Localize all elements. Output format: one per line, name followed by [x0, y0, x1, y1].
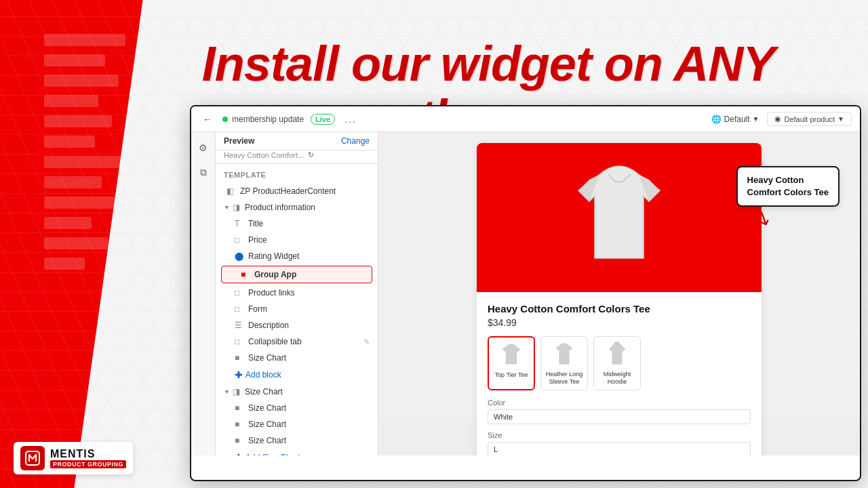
default-btn[interactable]: 🌐 Default ▼ [711, 115, 760, 124]
more-button[interactable]: ... [344, 114, 357, 125]
section-size-chart[interactable]: ▼ ◨ Size Chart [216, 384, 378, 400]
tree-size-chart-3[interactable]: ■ Size Chart [216, 432, 378, 449]
tree-rating[interactable]: ⬤ Rating Widget [216, 248, 378, 264]
title-icon: T [235, 219, 244, 228]
plus-size-icon: ✚ [235, 452, 243, 455]
plus-icon: ✚ [235, 369, 243, 380]
sidebar-icons: ⚙ ⧉ [191, 132, 216, 455]
variant-card-0[interactable]: Top Tier Tee [488, 336, 535, 390]
annotation-line1: Heavy Cotton [747, 174, 829, 186]
template-panel: Preview Change Heavy Cotton Comfort... ↻… [216, 132, 378, 455]
preview-panel-header: Preview Change [216, 132, 378, 150]
tree-collapsible[interactable]: □ Collapsible tab ✎ [216, 333, 378, 350]
form-icon: □ [235, 304, 244, 314]
product-price: $34.99 [488, 317, 751, 328]
preview-label: Preview [224, 136, 254, 146]
rating-icon: ⬤ [235, 251, 244, 261]
annotation-line2: Comfort Colors Tee [747, 186, 829, 199]
size-chart-section-icon: ◨ [233, 387, 242, 396]
logo-svg [24, 449, 41, 467]
color-select[interactable]: White [488, 409, 751, 424]
tree-form[interactable]: □ Form [216, 301, 378, 317]
tshirt-image [565, 153, 673, 282]
variant-name-0: Top Tier Tee [495, 371, 528, 379]
size-chart-icon: ■ [235, 353, 244, 363]
sc2-icon: ■ [235, 420, 244, 429]
variant-name-1: Heather Long Sleeve Tee [545, 371, 583, 386]
variant-icon-1 [551, 341, 578, 368]
group-app-icon: ■ [241, 270, 250, 279]
logo-text-area: MENTIS PRODUCT GROUPING [50, 448, 126, 468]
collapse-arrow: ▼ [224, 204, 230, 211]
description-icon: ☰ [235, 321, 244, 330]
tree-price[interactable]: □ Price [216, 232, 378, 248]
preview-area: Heavy Cotton Comfort Colors Tee $34.99 [378, 132, 860, 455]
sc1-icon: ■ [235, 403, 244, 413]
logo-subtitle: PRODUCT GROUPING [50, 460, 126, 468]
logo-name: MENTIS [50, 448, 126, 460]
product-info-icon: ◨ [233, 203, 242, 212]
theme-editor-bar: ← membership update Live ... 🌐 Default ▼… [191, 106, 860, 132]
browser-mockup: ← membership update Live ... 🌐 Default ▼… [190, 105, 861, 481]
add-block-button[interactable]: ✚ Add block [216, 366, 378, 384]
zp-header-icon: ◧ [226, 186, 236, 196]
ghost-text-decoration [7, 20, 125, 270]
product-title: Heavy Cotton Comfort Colors Tee [488, 303, 751, 314]
tree-description[interactable]: ☰ Description [216, 317, 378, 333]
collapsible-icon: □ [235, 337, 244, 346]
tree-group-app[interactable]: ■ Group App [221, 266, 372, 283]
size-chart-arrow: ▼ [224, 388, 230, 395]
tree-title[interactable]: T Title [216, 216, 378, 232]
change-link[interactable]: Change [341, 136, 370, 146]
reload-icon[interactable]: ↻ [308, 150, 314, 159]
tree-product-links[interactable]: □ Product links [216, 285, 378, 301]
tree-size-chart-2[interactable]: ■ Size Chart [216, 416, 378, 432]
template-section-header: Template [216, 164, 378, 183]
preview-subtitle: Heavy Cotton Comfort... ↻ [216, 150, 378, 164]
sidebar-layers-icon[interactable]: ⧉ [196, 165, 211, 180]
tree-size-chart-1[interactable]: ■ Size Chart [216, 400, 378, 416]
logo-area: MENTIS PRODUCT GROUPING [14, 442, 133, 474]
product-links-icon: □ [235, 288, 244, 298]
logo-icon [20, 446, 45, 470]
product-card: Heavy Cotton Comfort Colors Tee $34.99 [477, 143, 762, 455]
theme-name: membership update [232, 115, 304, 124]
variant-card-1[interactable]: Heather Long Sleeve Tee [540, 336, 588, 390]
product-image-area [477, 143, 762, 292]
group-variants: Top Tier Tee Heather Long Sleeve Tee [488, 336, 751, 390]
variant-name-2: Midweight Hoodie [598, 371, 636, 386]
color-label: Color [488, 399, 751, 407]
variant-card-2[interactable]: Midweight Hoodie [593, 336, 641, 390]
size-select[interactable]: L [488, 442, 751, 455]
back-button[interactable]: ← [199, 111, 216, 127]
variant-icon-0 [498, 342, 525, 369]
topbar-right: 🌐 Default ▼ ◉ Default product ▼ [711, 112, 852, 126]
variant-icon-2 [604, 341, 631, 368]
price-icon: □ [235, 235, 244, 245]
sc3-icon: ■ [235, 436, 244, 445]
annotation-box: Heavy Cotton Comfort Colors Tee [736, 166, 840, 207]
add-size-chart-button[interactable]: ✚ Add Size Chart [216, 449, 378, 455]
default-product-button[interactable]: ◉ Default product ▼ [767, 112, 852, 126]
tree-zp-header[interactable]: ◧ ZP ProductHeaderContent [216, 183, 378, 199]
live-dot [222, 117, 228, 122]
tree-size-chart[interactable]: ■ Size Chart [216, 350, 378, 366]
section-product-info[interactable]: ▼ ◨ Product information [216, 199, 378, 216]
sidebar-settings-icon[interactable]: ⚙ [196, 140, 211, 155]
product-details: Heavy Cotton Comfort Colors Tee $34.99 [477, 292, 762, 455]
theme-badge: membership update [222, 115, 304, 124]
size-label: Size [488, 431, 751, 439]
live-label: Live [311, 114, 335, 125]
editor-body: ⚙ ⧉ Preview Change Heavy Cotton Comfort.… [191, 132, 860, 455]
